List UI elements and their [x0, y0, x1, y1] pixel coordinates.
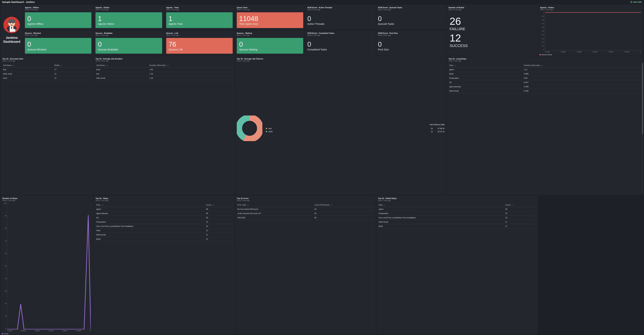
panel-title: Top 10 errors	[237, 197, 374, 199]
sort-icon[interactable]: ▲▼	[105, 65, 108, 66]
kpi-title: Agents - Online	[96, 6, 162, 8]
kpi-card[interactable]: Agents - Total Since 1 hour ago 1 Agents…	[164, 5, 234, 30]
kpi-card[interactable]: Queues - Blocked Since 1 hour ago 0 Queu…	[23, 30, 93, 55]
failed-steps-panel[interactable]: Top 10 - Failed Steps Since 1 hour ago S…	[376, 196, 538, 334]
scm-card[interactable]: SCM Event - Completed Tasks Since 1 hour…	[306, 30, 376, 55]
scm-card[interactable]: SCM Event - Pool Size Since 1 hour ago 0…	[376, 30, 446, 55]
col-header[interactable]: Job Name▲▼	[96, 63, 148, 68]
kpi-card[interactable]: Queues - Waiting Since 1 hour ago 0 Queu…	[235, 30, 305, 55]
table-row[interactable]: Build11	[96, 237, 233, 241]
table-row[interactable]: agent.allocate0.338	[448, 84, 642, 89]
kpi-card[interactable]: Queues - Buildable Since 1 hour ago 0 Qu…	[94, 30, 164, 55]
table-row[interactable]: agent1.11	[448, 68, 642, 72]
table-row[interactable]: agent26	[378, 207, 536, 211]
sort-icon[interactable]: ▲▼	[511, 204, 514, 206]
svg-rect-6	[13, 29, 15, 32]
kpi-value: 0	[378, 15, 444, 22]
table-row[interactable]: No tool named M3 found44	[237, 207, 374, 211]
chart-legend: Agents Online	[540, 54, 552, 55]
table-row[interactable]: test17	[2, 68, 92, 72]
sort-icon[interactable]: ▲▼	[212, 204, 214, 206]
table-row[interactable]: agent38	[96, 207, 233, 211]
table-row[interactable]: FAILURE26	[237, 216, 374, 220]
panel-subtitle: Since 1 hour ago	[237, 200, 374, 202]
kpi-card[interactable]: Queue Time Since 1 hour ago 11048 Time S…	[235, 5, 305, 30]
sort-icon[interactable]: ▲▼	[383, 204, 386, 206]
col-header[interactable]: Duration (Seconds)▲▼	[148, 63, 233, 68]
col-header[interactable]: Count▲▼	[205, 203, 233, 207]
panel-title: Top 10 - Steps	[96, 197, 233, 199]
table-row[interactable]: Shell Script0.185	[448, 89, 642, 93]
job-failures-panel[interactable]: Top 10 - Average Job Failures Since 1 ho…	[235, 56, 446, 195]
table-row[interactable]: test211	[2, 76, 92, 80]
table-row[interactable]: Shell Script11	[378, 220, 536, 224]
col-header[interactable]: Count▲▼	[504, 203, 536, 207]
data-table: Job Name▲▼Duration (Seconds)▲▼ test21.95…	[96, 63, 233, 80]
table-row[interactable]: test21.95	[96, 68, 233, 72]
kpi-label: Queues Blocked	[27, 48, 89, 51]
kpi-label: Active Threads	[307, 22, 374, 25]
agents-online-chart[interactable]: Agents - Online Since 1 hour ago 10.90.8…	[538, 5, 643, 55]
kpi-card[interactable]: Agents - Offline Since 1 hour ago 0 Agen…	[23, 5, 93, 30]
table-row[interactable]: hello world1.23	[96, 76, 233, 80]
table-row[interactable]: Use a tool from a predefined Tool Instal…	[378, 216, 536, 220]
kpi-label: Pool Size	[378, 48, 444, 51]
table-row[interactable]: Git26	[96, 216, 233, 220]
avg-duration-panel[interactable]: Top 10 - Average Job Duration Since 1 ho…	[94, 56, 234, 195]
scm-card[interactable]: SCM Event - Queued Tasks Since 1 hour ag…	[376, 5, 446, 30]
table-row[interactable]: Git0.557	[448, 80, 642, 84]
table-row[interactable]: Preparation15	[378, 211, 536, 216]
table-row[interactable]: test1.49	[96, 72, 233, 76]
col-header[interactable]: Step▲▼	[96, 203, 205, 207]
table-row[interactable]: agent.allocate38	[96, 211, 233, 216]
sort-icon[interactable]: ▲▼	[540, 65, 543, 66]
errors-panel[interactable]: Top 10 errors Since 1 hour ago Error Typ…	[235, 196, 376, 334]
col-header[interactable]: Count Of Records▲▼	[314, 203, 374, 207]
kpi-title: SCM Event - Pool Size	[378, 32, 444, 34]
col-header[interactable]: Duration (Seconds)▲▼	[523, 63, 642, 68]
kpi-card[interactable]: Queues - Left Since 1 hour ago 76 Queues…	[164, 30, 234, 55]
sort-icon[interactable]: ▲▼	[60, 65, 63, 66]
table-row[interactable]: script returned exit code 12733	[237, 211, 374, 216]
sort-icon[interactable]: ▲▼	[12, 65, 15, 66]
num-steps-panel[interactable]: Number of Steps Since 1 hour ago 1009080…	[1, 196, 93, 334]
long-steps-panel[interactable]: Top 10 - Long Steps Since 1 hour ago Ste…	[447, 56, 643, 195]
col-header[interactable]: Step▲▼	[448, 63, 523, 68]
legend-row[interactable]: test21142.31 %	[266, 130, 444, 133]
table-row[interactable]: Build0.888	[448, 72, 642, 76]
col-header[interactable]: Builds▲▼	[54, 63, 92, 68]
sort-icon[interactable]: ▲▼	[166, 65, 169, 66]
panel-title: Number of Steps	[2, 197, 92, 199]
sort-icon[interactable]: ▲▼	[330, 204, 332, 206]
table-row[interactable]: Preparation15	[96, 220, 233, 224]
kpi-value: 1	[98, 15, 160, 22]
top-steps-panel[interactable]: Top 10 - Steps Since 1 hour ago Step▲▼Co…	[94, 196, 234, 334]
kpi-value: 11048	[239, 15, 301, 22]
panel-subtitle: Since 1 hour ago	[378, 200, 536, 202]
failure-label: FAILURE	[450, 27, 536, 31]
scrollbar[interactable]	[642, 63, 643, 193]
table-row[interactable]: Build11	[378, 224, 536, 228]
kpi-card[interactable]: Agents - Online Since 1 hour ago 1 Agent…	[94, 5, 164, 30]
table-row[interactable]: Preparation0.69	[448, 76, 642, 80]
page-title: Sample Dashboard - Jenkins	[2, 1, 35, 4]
col-header[interactable]: Job Name▲▼	[2, 63, 54, 68]
table-row[interactable]: Hello12	[96, 228, 233, 232]
col-header[interactable]: Step▲▼	[378, 203, 504, 207]
table-row[interactable]: Shell Script11	[96, 232, 233, 237]
kpi-subtitle: Since 1 hour ago	[378, 34, 444, 36]
sort-icon[interactable]: ▲▼	[454, 65, 456, 66]
executed-jobs-panel[interactable]: Top 10 - Executed Jobs Since 1 hour ago …	[1, 56, 93, 195]
kpi-title: Queues - Left	[166, 32, 233, 34]
sort-icon[interactable]: ▲▼	[100, 204, 103, 206]
table-row[interactable]: Use a tool from a predefined Tool Instal…	[96, 224, 233, 228]
panel-subtitle: Since 1 hour ago	[237, 60, 444, 62]
jenkins-icon	[3, 16, 20, 34]
builds-panel[interactable]: Number of Builds Since 1 hour ago 26 FAI…	[447, 5, 538, 55]
svg-point-5	[12, 22, 14, 24]
scm-card[interactable]: SCM Event - Active Threads Since 1 hour …	[306, 5, 376, 30]
sort-icon[interactable]: ▲▼	[247, 204, 250, 206]
legend-row[interactable]: test1557.69 %	[266, 127, 444, 130]
table-row[interactable]: hello world12	[2, 72, 92, 76]
col-header[interactable]: Error Type▲▼	[237, 203, 314, 207]
